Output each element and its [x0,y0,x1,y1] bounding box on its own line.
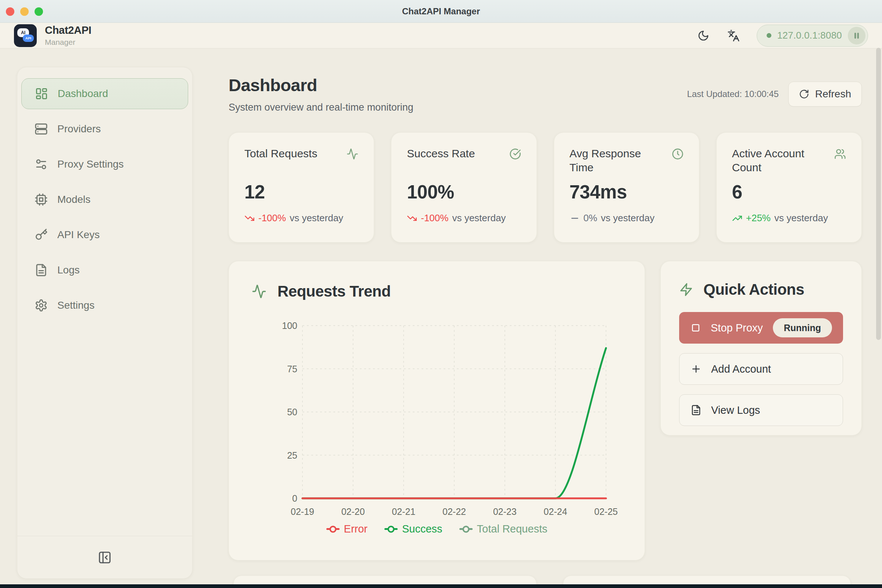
sidebar-item-dashboard[interactable]: Dashboard [21,78,188,109]
sidebar-footer [17,536,192,579]
stat-label: Success Rate [407,147,475,160]
traffic-lights [6,0,43,23]
x-tick-label: 02-20 [341,506,365,517]
x-tick-label: 02-25 [594,506,618,517]
minimize-window-button[interactable] [20,8,28,16]
stat-card-total-requests: Total Requests 12 -100% vs yesterday [229,132,374,243]
stat-delta-value: -100% [421,212,448,224]
stat-value: 100% [407,181,521,203]
legend-marker-icon [326,528,340,530]
sidebar-item-api-keys[interactable]: API Keys [21,219,188,250]
stop-square-icon [690,322,701,333]
collapse-sidebar-button[interactable] [97,549,113,566]
logo-api-bubble: API [23,34,34,42]
legend-label: Total Requests [477,523,548,535]
close-window-button[interactable] [6,8,14,16]
running-badge: Running [773,318,832,338]
pause-proxy-button[interactable] [848,27,866,45]
requests-trend-chart: 0255075100 02-1902-2002-2102-2202-2302-2… [303,326,606,498]
stat-delta-value: +25% [746,212,771,224]
refresh-button[interactable]: Refresh [788,82,862,106]
sidebar-item-label: Providers [57,123,101,135]
language-switcher[interactable] [726,28,741,43]
y-tick-label: 0 [253,493,297,504]
window-bottom-edge [0,584,882,588]
x-tick-label: 02-21 [392,506,415,517]
sidebar: Dashboard Providers Proxy Settings Model… [17,67,193,579]
users-icon [834,148,846,160]
legend-item[interactable]: Total Requests [459,523,548,535]
y-tick-label: 50 [253,407,297,417]
last-updated-text: Last Updated: 10:00:45 [687,89,779,99]
x-tick-label: 02-23 [493,506,517,517]
refresh-icon [799,89,809,99]
chart-legend: ErrorSuccessTotal Requests [229,523,645,535]
sidebar-item-models[interactable]: Models [21,184,188,215]
server-address: 127.0.0.1:8080 [777,30,842,41]
vertical-scrollbar[interactable] [876,48,881,340]
stop-proxy-label: Stop Proxy [711,322,763,334]
stat-delta-suffix: vs yesterday [290,212,343,224]
app-subtitle: Manager [45,38,92,46]
check-circle-icon [509,148,521,160]
stat-card-active-accounts: Active Account Count 6 +25% vs yesterday [716,132,862,243]
legend-label: Success [402,523,442,535]
sidebar-item-proxy-settings[interactable]: Proxy Settings [21,149,188,180]
moon-icon [698,30,709,42]
main-content: Dashboard System overview and real-time … [229,67,862,588]
activity-icon [346,148,358,160]
stat-card-success-rate: Success Rate 100% -100% vs yesterday [391,132,537,243]
app-header: AI API Chat2API Manager 127.0.0.1:8080 [0,23,882,48]
quick-actions-card: Quick Actions Stop Proxy Running Add Acc… [660,261,862,435]
view-logs-button[interactable]: View Logs [679,394,843,426]
sidebar-item-label: Dashboard [58,88,108,100]
trending-up-icon [732,213,742,224]
legend-item[interactable]: Success [384,523,442,535]
key-icon [34,228,48,242]
stats-row: Total Requests 12 -100% vs yesterday Suc… [229,132,862,243]
stat-delta-suffix: vs yesterday [601,212,654,224]
zap-icon [679,283,693,297]
app-name: Chat2API [45,24,92,36]
status-dot [766,33,771,38]
requests-trend-card: Requests Trend 0255075100 02-1902-2002-2… [229,261,645,560]
legend-marker-icon [384,528,398,530]
sidebar-item-settings[interactable]: Settings [21,290,188,321]
clock-icon [672,148,684,160]
window-titlebar: Chat2API Manager [0,0,882,23]
maximize-window-button[interactable] [34,8,43,16]
app-title-block: Chat2API Manager [45,24,92,46]
app-logo: AI API [14,24,37,47]
refresh-label: Refresh [815,88,851,100]
layout-dashboard-icon [35,87,48,100]
stat-value: 6 [732,181,846,203]
proxy-status-pill[interactable]: 127.0.0.1:8080 [757,25,868,46]
stat-label: Active Account Count [732,147,824,175]
file-text-icon [34,264,48,277]
plus-icon [690,363,702,375]
stat-delta-value: -100% [258,212,286,224]
add-account-button[interactable]: Add Account [679,353,843,385]
minus-icon [570,213,580,224]
stop-proxy-button[interactable]: Stop Proxy Running [679,312,843,344]
stat-delta-suffix: vs yesterday [774,212,828,224]
y-tick-label: 100 [253,321,297,331]
legend-item[interactable]: Error [326,523,368,535]
page-header: Dashboard System overview and real-time … [229,67,862,122]
sidebar-item-logs[interactable]: Logs [21,255,188,285]
gear-icon [34,299,48,312]
sidebar-item-label: Models [57,194,90,206]
stat-delta-value: 0% [584,212,597,224]
y-tick-label: 25 [253,450,297,460]
y-tick-label: 75 [253,364,297,374]
dark-mode-toggle[interactable] [696,28,710,43]
add-account-label: Add Account [711,363,771,375]
sidebar-item-label: Proxy Settings [57,158,124,170]
stat-card-avg-response-time: Avg Response Time 734ms 0% vs yesterday [554,132,699,243]
stat-value: 12 [244,181,358,203]
stat-value: 734ms [570,181,684,203]
sidebar-item-providers[interactable]: Providers [21,114,188,144]
x-tick-label: 02-24 [543,506,567,517]
legend-marker-icon [459,528,472,530]
stat-delta-suffix: vs yesterday [452,212,506,224]
